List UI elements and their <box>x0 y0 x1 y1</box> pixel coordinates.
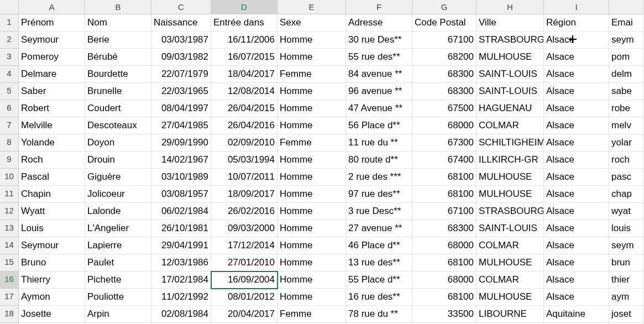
cell-D4[interactable]: 18/04/2017 <box>211 66 278 83</box>
cell-B2[interactable]: Berie <box>85 32 151 49</box>
cell-I10[interactable]: Alsace <box>544 169 609 186</box>
cell-A12[interactable]: Wyatt <box>19 203 85 220</box>
cell-B15[interactable]: Paulet <box>85 254 151 271</box>
cell-H18[interactable]: LIBOURNE <box>477 306 544 323</box>
cell-B4[interactable]: Bourdette <box>85 66 151 83</box>
cell-C16[interactable]: 17/02/1984 <box>151 271 211 289</box>
cell-A14[interactable]: Seymour <box>19 237 85 254</box>
cell-D5[interactable]: 12/08/2014 <box>211 83 278 100</box>
cell-H16[interactable]: COLMAR <box>477 271 544 289</box>
row-header-3[interactable]: 3 <box>0 49 19 66</box>
cell-E17[interactable]: Homme <box>278 289 346 306</box>
row-header-10[interactable]: 10 <box>0 169 19 186</box>
cell-A9[interactable]: Roch <box>19 151 85 169</box>
cell-F7[interactable]: 56 Place d** <box>346 117 412 134</box>
cell-B16[interactable]: Pichette <box>85 271 151 289</box>
cell-A17[interactable]: Aymon <box>19 289 85 306</box>
cell-A8[interactable]: Yolande <box>19 134 85 151</box>
cell-E13[interactable]: Homme <box>278 220 346 237</box>
cell-C14[interactable]: 29/04/1991 <box>151 237 211 254</box>
cell-C4[interactable]: 22/07/1979 <box>151 66 211 83</box>
spreadsheet-grid[interactable]: ABCDEFGHI1PrénomNomNaissanceEntrée dansS… <box>0 0 644 324</box>
cell-C3[interactable]: 09/03/1982 <box>151 49 211 66</box>
column-header-I[interactable]: I <box>544 0 609 14</box>
row-header-4[interactable]: 4 <box>0 66 19 83</box>
header-cell[interactable]: Naissance <box>151 14 211 32</box>
cell-E12[interactable]: Homme <box>278 203 346 220</box>
cell-A18[interactable]: Josette <box>19 306 85 323</box>
cell-A4[interactable]: Delmare <box>19 66 85 83</box>
cell-E15[interactable]: Homme <box>278 254 346 271</box>
cell-A7[interactable]: Melville <box>19 117 85 134</box>
header-cell[interactable]: Prénom <box>19 14 85 32</box>
cell-A10[interactable]: Pascal <box>19 169 85 186</box>
cell-G8[interactable]: 67300 <box>412 134 477 151</box>
cell-A11[interactable]: Chapin <box>19 186 85 203</box>
header-cell[interactable]: Entrée dans <box>211 14 278 32</box>
cell-D12[interactable]: 26/02/2016 <box>211 203 278 220</box>
cell-E9[interactable]: Homme <box>278 151 346 169</box>
row-header-18[interactable]: 18 <box>0 306 19 323</box>
cell-A2[interactable]: Seymour <box>19 32 85 49</box>
cell-H15[interactable]: MULHOUSE <box>477 254 544 271</box>
cell-B11[interactable]: Jolicoeur <box>85 186 151 203</box>
cell-10[interactable]: pasc <box>609 169 643 186</box>
cell-C6[interactable]: 08/04/1997 <box>151 100 211 117</box>
row-header-15[interactable]: 15 <box>0 254 19 271</box>
cell-I9[interactable]: Alsace <box>544 151 609 169</box>
row-header-9[interactable]: 9 <box>0 151 19 169</box>
cell-E18[interactable]: Femme <box>278 306 346 323</box>
cell-H6[interactable]: HAGUENAU <box>477 100 544 117</box>
column-header-F[interactable]: F <box>346 0 412 14</box>
cell-F9[interactable]: 80 route d** <box>346 151 412 169</box>
cell-D14[interactable]: 17/12/2014 <box>211 237 278 254</box>
row-header-17[interactable]: 17 <box>0 289 19 306</box>
header-cell[interactable]: Code Postal <box>412 14 477 32</box>
cell-G14[interactable]: 68000 <box>412 237 477 254</box>
cell-F10[interactable]: 2 rue des *** <box>346 169 412 186</box>
cell-H14[interactable]: COLMAR <box>477 237 544 254</box>
cell-D16[interactable]: 16/09/2004 <box>211 271 278 289</box>
cell-E7[interactable]: Homme <box>278 117 346 134</box>
cell-D8[interactable]: 02/09/2010 <box>211 134 278 151</box>
cell-G17[interactable]: 68100 <box>412 289 477 306</box>
cell-C15[interactable]: 12/03/1986 <box>151 254 211 271</box>
row-header-11[interactable]: 11 <box>0 186 19 203</box>
cell-D10[interactable]: 10/07/2011 <box>211 169 278 186</box>
column-header-H[interactable]: H <box>477 0 544 14</box>
cell-F18[interactable]: 78 rue du ** <box>346 306 412 323</box>
cell-H13[interactable]: SAINT-LOUIS <box>477 220 544 237</box>
cell-G12[interactable]: 67100 <box>412 203 477 220</box>
cell-H7[interactable]: COLMAR <box>477 117 544 134</box>
cell-D13[interactable]: 09/03/2000 <box>211 220 278 237</box>
cell-H10[interactable]: MULHOUSE <box>477 169 544 186</box>
cell-I14[interactable]: Alsace <box>544 237 609 254</box>
cell-G5[interactable]: 68300 <box>412 83 477 100</box>
cell-14[interactable]: seym <box>609 237 643 254</box>
cell-2[interactable]: seym <box>609 32 643 49</box>
row-header-14[interactable]: 14 <box>0 237 19 254</box>
header-cell[interactable]: Ville <box>477 14 544 32</box>
cell-5[interactable]: sabe <box>609 83 643 100</box>
cell-8[interactable]: yolar <box>609 134 643 151</box>
cell-G13[interactable]: 68300 <box>412 220 477 237</box>
cell-G9[interactable]: 67400 <box>412 151 477 169</box>
cell-D18[interactable]: 20/04/2017 <box>211 306 278 323</box>
cell-16[interactable]: thier <box>609 271 643 289</box>
cell-9[interactable]: roch <box>609 151 643 169</box>
cell-B12[interactable]: Lalonde <box>85 203 151 220</box>
cell-7[interactable]: melv <box>609 117 643 134</box>
cell-B9[interactable]: Drouin <box>85 151 151 169</box>
cell-G3[interactable]: 68200 <box>412 49 477 66</box>
cell-I18[interactable]: Aquitaine <box>544 306 609 323</box>
cell-I13[interactable]: Alsace <box>544 220 609 237</box>
cell-F2[interactable]: 30 rue Des** <box>346 32 412 49</box>
cell-I5[interactable]: Alsace <box>544 83 609 100</box>
cell-C12[interactable]: 06/02/1984 <box>151 203 211 220</box>
select-all-corner[interactable] <box>0 0 19 14</box>
cell-F8[interactable]: 11 rue du ** <box>346 134 412 151</box>
cell-C18[interactable]: 02/08/1984 <box>151 306 211 323</box>
cell-I2[interactable]: Alsace <box>544 32 609 49</box>
cell-H11[interactable]: MULHOUSE <box>477 186 544 203</box>
cell-13[interactable]: louis <box>609 220 643 237</box>
